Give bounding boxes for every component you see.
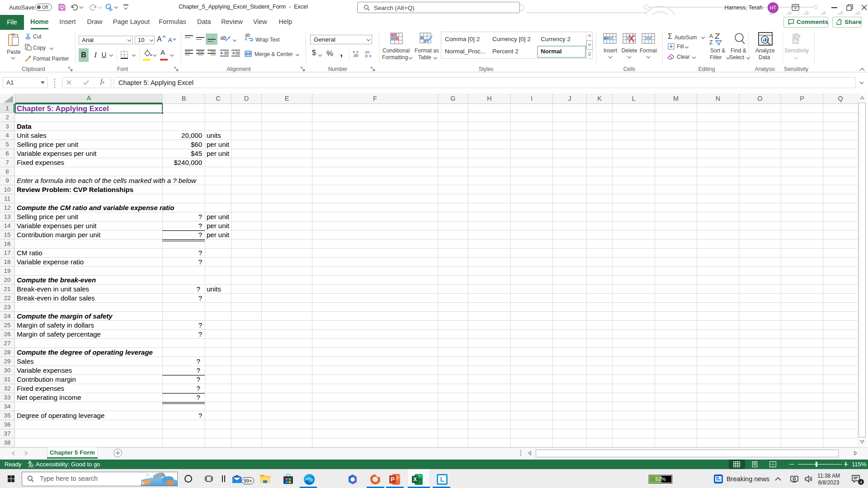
svg-text:Z: Z [709,39,712,45]
svg-text:A: A [709,33,713,39]
svg-text:0: 0 [356,50,359,54]
svg-text:0: 0 [365,54,368,58]
